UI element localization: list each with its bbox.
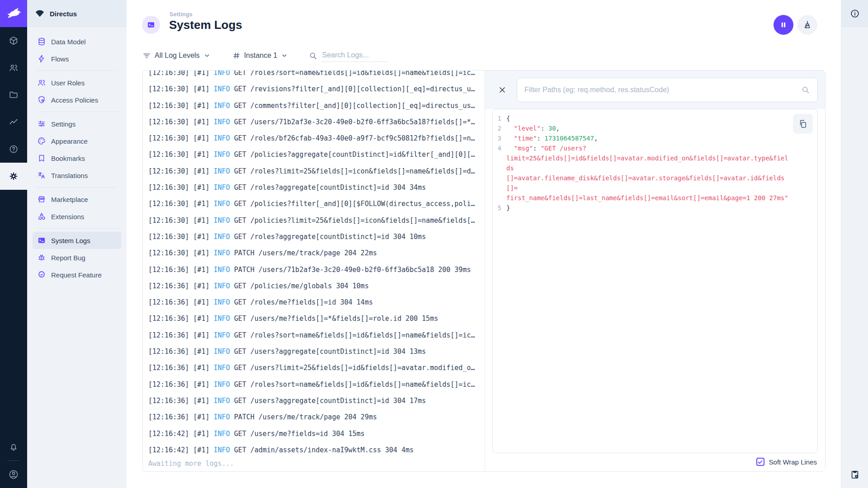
info-sidebar-button[interactable]: [841, 0, 868, 27]
log-level-badge: INFO: [214, 282, 230, 290]
log-message: GET /roles?sort=name&fields[]=id&fields[…: [230, 331, 475, 339]
module-help[interactable]: [0, 136, 27, 163]
log-level-badge: INFO: [214, 134, 230, 142]
tune-icon: [37, 119, 46, 128]
copy-raw-button[interactable]: [793, 114, 813, 134]
log-level-badge: INFO: [214, 413, 230, 421]
module-settings[interactable]: [0, 163, 27, 190]
sidebar-item-extensions[interactable]: Extensions: [33, 208, 121, 225]
log-row[interactable]: [12:16:30] [#1] INFO PATCH /users/me/tra…: [148, 245, 485, 261]
soft-wrap-toggle[interactable]: Soft Wrap Lines: [756, 456, 817, 468]
sidebar-item-flows[interactable]: Flows: [33, 50, 121, 67]
module-users[interactable]: [0, 54, 27, 81]
log-row[interactable]: [12:16:30] [#1] INFO GET /roles?sort=nam…: [148, 70, 485, 81]
log-level-badge: INFO: [214, 347, 230, 356]
sidebar-item-bookmarks[interactable]: Bookmarks: [33, 150, 121, 167]
log-row[interactable]: [12:16:36] [#1] INFO GET /roles/me?field…: [148, 294, 485, 310]
log-level-badge: INFO: [214, 364, 230, 372]
log-row[interactable]: [12:16:30] [#1] INFO GET /roles?aggregat…: [148, 179, 485, 196]
right-sidebar-strip: [841, 0, 868, 488]
breadcrumb[interactable]: Settings: [170, 11, 193, 18]
log-search: [309, 50, 388, 62]
module-avatar[interactable]: [0, 461, 27, 488]
log-row[interactable]: [12:16:36] [#1] INFO GET /users?limit=25…: [148, 360, 485, 376]
log-row[interactable]: [12:16:42] [#1] INFO GET /admin/assets/i…: [148, 442, 485, 458]
bolt-icon: [37, 54, 46, 63]
sidebar-item-label: Request Feature: [51, 271, 102, 279]
log-message: GET /comments?filter[_and][0][collection…: [230, 102, 475, 110]
log-row[interactable]: [12:16:30] [#1] INFO GET /revisions?filt…: [148, 81, 485, 97]
sidebar-item-report-bug[interactable]: Report Bug: [33, 249, 121, 266]
module-notifications[interactable]: [0, 433, 27, 460]
activity-log-button[interactable]: [841, 461, 868, 488]
extensions-icon: [37, 212, 46, 221]
log-row[interactable]: [12:16:30] [#1] INFO GET /comments?filte…: [148, 98, 485, 114]
sidebar-item-access-policies[interactable]: Access Policies: [33, 91, 121, 108]
module-content[interactable]: [0, 27, 27, 54]
log-row[interactable]: [12:16:36] [#1] INFO PATCH /users/71b2af…: [148, 262, 485, 278]
log-list-panel[interactable]: [12:16:30] [#1] INFO GET /roles?sort=nam…: [143, 70, 485, 471]
log-message: GET /roles?aggregate[countDistinct]=id 3…: [230, 183, 426, 192]
log-row[interactable]: [12:16:30] [#1] INFO GET /policies?filte…: [148, 196, 485, 212]
log-message: GET /roles?aggregate[countDistinct]=id 3…: [230, 233, 426, 241]
clear-logs-button[interactable]: [797, 15, 817, 35]
page-icon-circle: [142, 16, 160, 34]
log-row[interactable]: [12:16:36] [#1] INFO GET /users/me?field…: [148, 310, 485, 327]
logs-panels-container: [12:16:30] [#1] INFO GET /roles?sort=nam…: [142, 70, 826, 472]
log-message: GET /roles?sort=name&fields[]=id&fields[…: [230, 380, 475, 389]
sidebar-item-data-model[interactable]: Data Model: [33, 33, 121, 50]
module-bar-spacer: [0, 190, 27, 433]
sidebar-item-label: Marketplace: [51, 196, 88, 203]
module-insights[interactable]: [0, 108, 27, 136]
log-row[interactable]: [12:16:36] [#1] INFO GET /users?aggregat…: [148, 343, 485, 360]
log-row[interactable]: [12:16:30] [#1] INFO GET /roles/bf26cfab…: [148, 130, 485, 146]
project-chooser[interactable]: Directus: [27, 0, 127, 27]
bell-icon: [9, 442, 19, 452]
code-line: first_name&fields[]=last_name&fields[]=e…: [493, 193, 792, 203]
log-message: PATCH /users/71b2af3e-3c20-49e0-b2f0-6ff…: [230, 266, 471, 274]
log-message: GET /policies?aggregate[countDistinct]=i…: [230, 150, 475, 159]
sidebar-item-marketplace[interactable]: Marketplace: [33, 191, 121, 208]
log-row[interactable]: [12:16:36] [#1] INFO GET /roles?sort=nam…: [148, 376, 485, 393]
sidebar-item-translations[interactable]: Translations: [33, 167, 121, 184]
search-logs-input[interactable]: [321, 50, 388, 62]
log-row[interactable]: [12:16:30] [#1] INFO GET /roles?aggregat…: [148, 229, 485, 245]
instance-dropdown[interactable]: Instance 1: [232, 52, 288, 60]
sidebar-item-label: System Logs: [51, 237, 90, 244]
log-level-dropdown[interactable]: All Log Levels: [142, 52, 211, 60]
log-row[interactable]: [12:16:42] [#1] INFO GET /users/me?field…: [148, 426, 485, 442]
line-number: 3: [493, 133, 506, 143]
pause-icon: [779, 21, 788, 29]
line-number: 2: [493, 123, 506, 133]
log-row[interactable]: [12:16:36] [#1] INFO GET /policies/me/gl…: [148, 278, 485, 294]
module-files[interactable]: [0, 81, 27, 108]
log-level-badge: INFO: [214, 200, 230, 208]
sidebar-item-appearance[interactable]: Appearance: [33, 132, 121, 150]
sidebar-item-user-roles[interactable]: User Roles: [33, 74, 121, 91]
sidebar-item-system-logs[interactable]: System Logs: [33, 232, 121, 249]
log-message: GET /roles?sort=name&fields[]=id&fields[…: [230, 70, 475, 77]
log-row[interactable]: [12:16:36] [#1] INFO GET /roles?sort=nam…: [148, 327, 485, 343]
module-bar: [0, 0, 27, 488]
log-level-badge: INFO: [214, 266, 230, 274]
log-row[interactable]: [12:16:30] [#1] INFO GET /policies?aggre…: [148, 146, 485, 163]
close-detail-button[interactable]: [492, 80, 512, 100]
log-row[interactable]: [12:16:30] [#1] INFO GET /policies?limit…: [148, 212, 485, 229]
pause-logs-button[interactable]: [774, 15, 793, 35]
soft-wrap-label: Soft Wrap Lines: [769, 458, 817, 466]
sidebar-item-settings[interactable]: Settings: [33, 115, 121, 132]
log-level-badge: INFO: [214, 70, 230, 77]
sidebar-item-label: Appearance: [51, 137, 88, 145]
filter-paths-input[interactable]: [524, 86, 797, 94]
checkbox-checked-icon[interactable]: [756, 458, 764, 466]
directus-rabbit-logo[interactable]: [0, 0, 27, 27]
sidebar-item-label: Access Policies: [51, 96, 98, 104]
log-row[interactable]: [12:16:36] [#1] INFO GET /users?aggregat…: [148, 393, 485, 409]
log-message: GET /policies/me/globals 304 10ms: [230, 282, 369, 290]
log-row[interactable]: [12:16:36] [#1] INFO PATCH /users/me/tra…: [148, 409, 485, 425]
log-message: GET /roles/me?fields[]=id 304 14ms: [230, 298, 373, 306]
log-row[interactable]: [12:16:30] [#1] INFO GET /users/71b2af3e…: [148, 114, 485, 130]
sidebar-item-request-feature[interactable]: Request Feature: [33, 266, 121, 283]
bookmark-icon: [37, 154, 46, 163]
log-row[interactable]: [12:16:30] [#1] INFO GET /roles?limit=25…: [148, 163, 485, 179]
